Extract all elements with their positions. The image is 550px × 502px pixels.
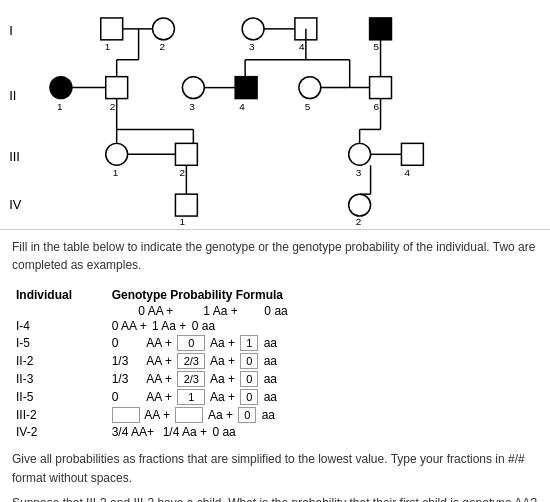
svg-text:5: 5	[305, 101, 311, 112]
aa2-input[interactable]	[240, 335, 258, 351]
formula-cell: 0 AA + 1 Aa + 0 aa	[108, 318, 538, 334]
individual-I-1	[101, 18, 123, 40]
svg-text:3: 3	[356, 167, 362, 178]
aa1-input[interactable]	[177, 389, 205, 405]
svg-text:4: 4	[239, 101, 245, 112]
individual-I-5	[370, 18, 392, 40]
individual-III-4	[401, 143, 423, 165]
individual-IV-2	[349, 194, 371, 216]
individual-II-6	[370, 77, 392, 99]
genotype-table: Individual Genotype Probability Formula …	[0, 282, 550, 444]
roman-III: III	[9, 149, 20, 164]
individual-II-5	[299, 77, 321, 99]
question-text: Suppose that III-2 and III-3 have a chil…	[12, 496, 537, 502]
svg-text:1: 1	[105, 41, 111, 52]
table-row: I-50 AA + Aa + aa	[12, 334, 538, 352]
individual-IV-1	[175, 194, 197, 216]
individual-cell: IV-2	[12, 424, 108, 440]
svg-text:3: 3	[249, 41, 255, 52]
svg-text:4: 4	[404, 167, 410, 178]
aa-prefix-input[interactable]	[112, 407, 140, 423]
aa1-input[interactable]	[177, 353, 205, 369]
individual-I-3	[242, 18, 264, 40]
individual-I-2	[153, 18, 175, 40]
individual-cell: I-5	[12, 334, 108, 352]
aa2-input[interactable]	[240, 353, 258, 369]
aa2-input[interactable]	[240, 371, 258, 387]
formula-cell: AA + Aa + aa	[108, 406, 538, 424]
formula-cell: 3/4 AA+ 1/4 Aa + 0 aa	[108, 424, 538, 440]
svg-text:2: 2	[179, 167, 185, 178]
table-row: II-50 AA + Aa + aa	[12, 388, 538, 406]
individual-III-3	[349, 143, 371, 165]
formula-cell: 1/3 AA + Aa + aa	[108, 352, 538, 370]
individual-II-2	[106, 77, 128, 99]
individual-cell: III-2	[12, 406, 108, 424]
individual-cell: I-4	[12, 318, 108, 334]
roman-IV: IV	[9, 197, 22, 212]
instructions-text: Fill in the table below to indicate the …	[0, 230, 550, 282]
individual-cell: II-3	[12, 370, 108, 388]
aa1-input[interactable]	[177, 371, 205, 387]
table-row: III-2 AA + Aa + aa	[12, 406, 538, 424]
roman-II: II	[9, 88, 16, 103]
pedigree-chart: I II III IV 1 2 3 4 5 1 2	[0, 0, 550, 230]
table-row: II-31/3 AA + Aa + aa	[12, 370, 538, 388]
formula-cell: 0 AA + Aa + aa	[108, 334, 538, 352]
individual-cell: II-2	[12, 352, 108, 370]
formula-cell: 1/3 AA + Aa + aa	[108, 370, 538, 388]
table-row: II-21/3 AA + Aa + aa	[12, 352, 538, 370]
svg-text:2: 2	[160, 41, 166, 52]
svg-text:2: 2	[356, 216, 362, 227]
fractions-note: Give all probabilities as fractions that…	[12, 450, 538, 488]
aa2-input[interactable]	[238, 407, 256, 423]
individual-III-2	[175, 143, 197, 165]
aa2-input[interactable]	[240, 389, 258, 405]
svg-text:1: 1	[113, 167, 119, 178]
svg-text:4: 4	[299, 41, 305, 52]
svg-text:2: 2	[110, 101, 116, 112]
bottom-section: Give all probabilities as fractions that…	[0, 444, 550, 502]
col-header-individual: Individual	[12, 286, 108, 304]
roman-I: I	[9, 23, 13, 38]
individual-III-1	[106, 143, 128, 165]
individual-II-3	[182, 77, 204, 99]
table-row: IV-23/4 AA+ 1/4 Aa + 0 aa	[12, 424, 538, 440]
individual-II-4	[235, 77, 257, 99]
individual-II-1	[50, 77, 72, 99]
table-row: I-40 AA + 1 Aa + 0 aa	[12, 318, 538, 334]
instructions-content: Fill in the table below to indicate the …	[12, 240, 535, 272]
col-header-formula: Genotype Probability Formula	[108, 286, 538, 304]
svg-text:3: 3	[189, 101, 195, 112]
aa1-input[interactable]	[175, 407, 203, 423]
svg-text:6: 6	[374, 101, 380, 112]
formula-cell: 0 AA + Aa + aa	[108, 388, 538, 406]
aa1-input[interactable]	[177, 335, 205, 351]
svg-text:1: 1	[179, 216, 185, 227]
individual-cell: II-5	[12, 388, 108, 406]
question-line: Suppose that III-2 and III-3 have a chil…	[12, 494, 538, 502]
svg-text:5: 5	[374, 41, 380, 52]
svg-text:1: 1	[57, 101, 63, 112]
